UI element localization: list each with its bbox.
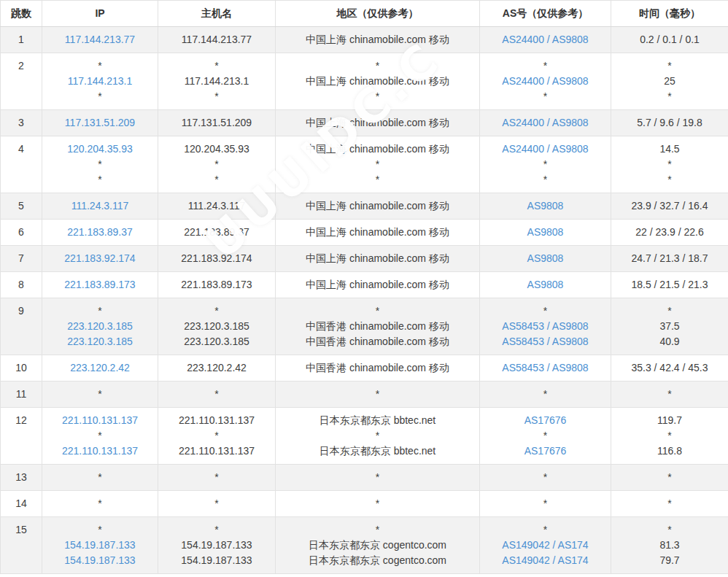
host-text: 221.110.131.137 <box>161 444 272 459</box>
ip-link[interactable]: 117.144.213.1 <box>68 75 133 87</box>
table-row: 15*154.19.187.133154.19.187.133*154.19.1… <box>1 517 728 574</box>
time-text: * <box>614 89 725 104</box>
ip-cell: 111.24.3.117 <box>42 193 158 220</box>
table-row: 3117.131.51.209117.131.51.209中国上海 chinam… <box>1 110 728 136</box>
time-text: * <box>614 496 725 511</box>
asn-link[interactable]: AS149042 / AS174 <box>502 554 588 566</box>
ip-link[interactable]: 154.19.187.133 <box>64 554 135 566</box>
asn-line: AS58453 / AS9808 <box>483 334 608 349</box>
ip-link[interactable]: 223.120.2.42 <box>70 362 130 373</box>
table-row: 13***** <box>1 465 728 491</box>
host-text: 111.24.3.117 <box>161 198 272 214</box>
host-text: * <box>161 172 272 187</box>
asn-line: AS149042 / AS174 <box>483 553 608 568</box>
time-text: 35.3 / 42.4 / 45.3 <box>614 360 725 376</box>
host-text: 221.183.92.174 <box>161 251 272 266</box>
region-text: * <box>279 157 476 172</box>
ip-line: 221.183.89.37 <box>45 225 155 240</box>
ip-cell: * <box>42 491 158 517</box>
time-text: * <box>614 470 725 485</box>
asn-link[interactable]: AS9808 <box>527 200 564 212</box>
ip-text: * <box>45 172 155 187</box>
host-text: 117.144.213.77 <box>161 32 272 47</box>
ip-text: * <box>45 58 155 74</box>
asn-link[interactable]: AS9808 <box>527 252 564 264</box>
time-cell: * <box>611 465 728 491</box>
ip-text: * <box>45 428 155 444</box>
ip-link[interactable]: 221.183.89.37 <box>67 226 133 238</box>
asn-link[interactable]: AS17676 <box>524 445 567 457</box>
ip-cell: *154.19.187.133154.19.187.133 <box>42 517 158 574</box>
ip-link[interactable]: 221.183.92.174 <box>64 252 135 264</box>
host-text: 221.183.89.173 <box>161 277 272 293</box>
ip-link[interactable]: 111.24.3.117 <box>71 200 129 212</box>
region-cell: *中国上海 chinamobile.com 移动* <box>276 53 480 110</box>
ip-link[interactable]: 221.183.89.173 <box>64 279 135 290</box>
ip-link[interactable]: 223.120.3.185 <box>67 320 133 332</box>
asn-link[interactable]: AS58453 / AS9808 <box>502 362 588 373</box>
asn-line: AS24400 / AS9808 <box>483 115 608 131</box>
region-cell: * <box>276 491 480 517</box>
hop-cell: 9 <box>1 298 42 355</box>
host-text: 117.144.213.1 <box>161 74 272 89</box>
region-cell: *中国香港 chinamobile.com 移动中国香港 chinamobile… <box>276 298 480 355</box>
asn-link[interactable]: AS24400 / AS9808 <box>502 34 588 45</box>
ip-text: * <box>45 89 155 104</box>
host-text: * <box>161 157 272 172</box>
asn-link[interactable]: AS17676 <box>524 414 567 426</box>
host-cell: 223.120.2.42 <box>158 355 276 382</box>
region-cell: 中国上海 chinamobile.com 移动 <box>276 193 480 220</box>
asn-text: * <box>483 89 608 104</box>
asn-link[interactable]: AS58453 / AS9808 <box>502 320 588 332</box>
region-text: 中国香港 chinamobile.com 移动 <box>279 360 476 376</box>
asn-cell: AS24400 / AS9808 <box>480 110 611 136</box>
time-cell: 0.2 / 0.1 / 0.1 <box>611 27 728 53</box>
time-cell: 35.3 / 42.4 / 45.3 <box>611 355 728 382</box>
ip-line: 223.120.2.42 <box>45 360 155 376</box>
ip-link[interactable]: 154.19.187.133 <box>64 539 135 551</box>
host-cell: *154.19.187.133154.19.187.133 <box>158 517 276 574</box>
asn-line: AS58453 / AS9808 <box>483 360 608 376</box>
time-cell: *25* <box>611 53 728 110</box>
hop-cell: 11 <box>1 382 42 408</box>
region-cell: 日本东京都东京 bbtec.net*日本东京都东京 bbtec.net <box>276 408 480 465</box>
ip-link[interactable]: 223.120.3.185 <box>67 336 133 347</box>
asn-cell: AS24400 / AS9808** <box>480 136 611 193</box>
asn-link[interactable]: AS24400 / AS9808 <box>502 143 588 155</box>
ip-link[interactable]: 117.131.51.209 <box>65 117 135 128</box>
ip-link[interactable]: 117.144.213.77 <box>65 34 135 45</box>
time-text: 18.5 / 21.5 / 21.3 <box>614 277 725 293</box>
ip-link[interactable]: 221.110.131.137 <box>62 414 138 426</box>
asn-link[interactable]: AS24400 / AS9808 <box>502 75 588 87</box>
region-text: * <box>279 89 476 104</box>
asn-link[interactable]: AS24400 / AS9808 <box>502 117 588 128</box>
host-text: 221.110.131.137 <box>161 413 272 428</box>
host-text: 221.183.89.37 <box>161 225 272 240</box>
time-cell: 5.7 / 9.6 / 19.8 <box>611 110 728 136</box>
hop-cell: 3 <box>1 110 42 136</box>
region-text: * <box>279 428 476 444</box>
ip-line: 154.19.187.133 <box>45 553 155 568</box>
host-text: 223.120.3.185 <box>161 319 272 334</box>
host-text: 120.204.35.93 <box>161 142 272 157</box>
ip-cell: 120.204.35.93** <box>42 136 158 193</box>
table-row: 6221.183.89.37221.183.89.37中国上海 chinamob… <box>1 220 728 246</box>
time-text: 0.2 / 0.1 / 0.1 <box>614 32 725 47</box>
table-row: 5111.24.3.117111.24.3.117中国上海 chinamobil… <box>1 193 728 220</box>
asn-cell: * <box>480 491 611 517</box>
region-text: 中国上海 chinamobile.com 移动 <box>279 74 476 89</box>
ip-text: * <box>45 303 155 319</box>
time-text: 5.7 / 9.6 / 19.8 <box>614 115 725 131</box>
host-cell: 111.24.3.117 <box>158 193 276 220</box>
asn-link[interactable]: AS149042 / AS174 <box>502 539 588 551</box>
ip-link[interactable]: 120.204.35.93 <box>67 143 133 155</box>
ip-link[interactable]: 221.110.131.137 <box>62 445 138 457</box>
asn-link[interactable]: AS9808 <box>527 279 564 290</box>
asn-link[interactable]: AS58453 / AS9808 <box>502 336 588 347</box>
asn-cell: * <box>480 465 611 491</box>
time-cell: 23.9 / 32.7 / 16.4 <box>611 193 728 220</box>
asn-link[interactable]: AS9808 <box>527 226 564 238</box>
region-text: 中国上海 chinamobile.com 移动 <box>279 225 476 240</box>
host-text: 154.19.187.133 <box>161 553 272 568</box>
asn-text: * <box>483 428 608 444</box>
